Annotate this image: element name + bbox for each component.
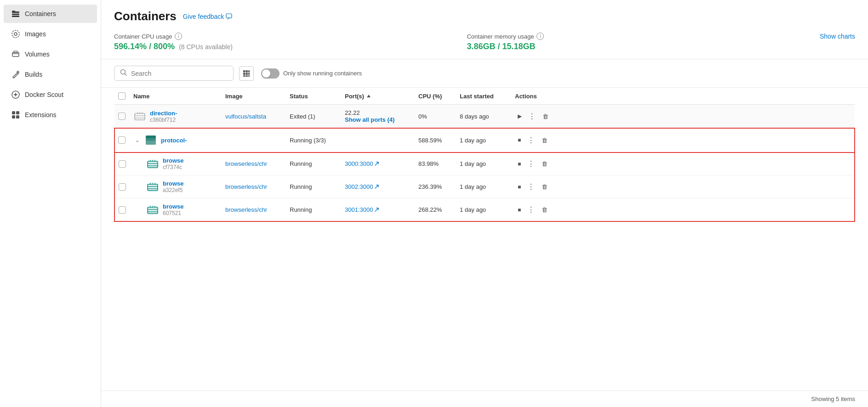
th-ports: Port(s) <box>341 88 415 105</box>
sidebar-item-containers[interactable]: Containers <box>4 5 97 23</box>
row-checkbox[interactable] <box>118 113 126 120</box>
memory-info-icon[interactable]: i <box>537 33 544 40</box>
action-buttons: ⋮ <box>515 204 851 216</box>
stop-button[interactable] <box>515 135 524 145</box>
container-name[interactable]: direction- <box>150 110 177 117</box>
th-actions: Actions <box>511 88 855 105</box>
sidebar-item-containers-label: Containers <box>25 10 56 17</box>
svg-rect-20 <box>243 73 246 75</box>
expand-chevron[interactable]: ⌄ <box>133 136 141 144</box>
sidebar-item-volumes-label: Volumes <box>25 51 50 58</box>
td-ports: 22.22 Show all ports (4) <box>341 105 415 128</box>
header: Containers Give feedback Container CPU u… <box>101 0 868 59</box>
show-charts-button[interactable]: Show charts <box>820 33 855 40</box>
th-checkbox <box>114 88 130 105</box>
action-buttons: ⋮ <box>515 181 851 193</box>
td-last-started: 1 day ago <box>456 153 511 175</box>
th-image: Image <box>222 88 286 105</box>
delete-button[interactable] <box>540 111 551 122</box>
row-checkbox[interactable] <box>119 206 126 214</box>
group-status: Running (3/3) <box>290 137 326 144</box>
container-name[interactable]: browsе <box>163 180 184 187</box>
td-name: direction- c360bf712 <box>130 105 222 128</box>
port-link[interactable]: 3002:3000 <box>345 183 379 190</box>
sidebar-item-volumes[interactable]: Volumes <box>4 45 97 63</box>
container-name[interactable]: browsе <box>163 203 184 210</box>
stat-actions: Show charts <box>820 33 855 40</box>
grid-view-button[interactable] <box>239 66 254 81</box>
sidebar-item-extensions[interactable]: Extensions <box>4 106 97 124</box>
show-all-ports-link[interactable]: Show all ports (4) <box>345 116 411 123</box>
image-link[interactable]: browserless/chr <box>225 183 280 190</box>
td-cpu: 236.39% <box>415 175 456 198</box>
td-checkbox <box>114 198 130 222</box>
row-checkbox[interactable] <box>118 136 126 144</box>
sidebar-item-docker-scout[interactable]: Docker Scout <box>4 85 97 104</box>
image-link[interactable]: browserless/chr <box>225 206 280 213</box>
feedback-link[interactable]: Give feedback <box>183 13 233 20</box>
td-image: vulfocus/saltsta <box>222 105 286 128</box>
svg-point-4 <box>12 30 19 38</box>
container-name[interactable]: browsе <box>163 157 184 164</box>
toolbar: Only show running containers <box>101 59 868 88</box>
port-link[interactable]: 3001:3000 <box>345 206 379 213</box>
images-icon <box>11 29 20 39</box>
td-ports: 3000:3000 <box>341 153 415 175</box>
container-icon-gray <box>133 110 146 123</box>
row-checkbox[interactable] <box>119 160 126 168</box>
builds-icon <box>11 70 20 79</box>
td-ports: 3001:3000 <box>341 198 415 222</box>
svg-rect-0 <box>12 11 19 13</box>
stop-button[interactable] <box>515 159 524 169</box>
sidebar-item-images-label: Images <box>25 30 46 38</box>
sidebar-item-builds[interactable]: Builds <box>4 65 97 84</box>
td-ports <box>341 128 415 153</box>
delete-button[interactable] <box>539 204 550 215</box>
td-last-started: 1 day ago <box>456 198 511 222</box>
more-options-button[interactable]: ⋮ <box>525 110 539 123</box>
stop-button[interactable] <box>515 182 524 192</box>
group-name[interactable]: protocol- <box>161 137 187 144</box>
stop-button[interactable] <box>515 205 524 215</box>
delete-button[interactable] <box>539 135 550 146</box>
more-options-button[interactable]: ⋮ <box>525 204 538 216</box>
port-link[interactable]: 3000:3000 <box>345 160 379 167</box>
image-link[interactable]: vulfocus/saltsta <box>225 113 280 120</box>
td-ports: 3002:3000 <box>341 175 415 198</box>
td-status: Running <box>286 198 341 222</box>
running-filter-toggle[interactable] <box>261 68 280 79</box>
td-cpu: 0% <box>415 105 456 128</box>
more-options-button[interactable]: ⋮ <box>525 134 538 147</box>
select-all-checkbox[interactable] <box>118 92 126 100</box>
td-image: browserless/chr <box>222 175 286 198</box>
svg-point-8 <box>17 71 19 73</box>
more-options-button[interactable]: ⋮ <box>525 181 538 193</box>
docker-scout-icon <box>11 90 20 99</box>
row-checkbox[interactable] <box>119 183 126 191</box>
cpu-stat: Container CPU usage i 596.14% / 800% (8 … <box>114 33 467 51</box>
cpu-info-icon[interactable]: i <box>175 33 182 40</box>
td-checkbox <box>114 105 130 128</box>
td-cpu: 588.59% <box>415 128 456 153</box>
image-link[interactable]: browserless/chr <box>225 160 280 167</box>
containers-icon <box>11 9 20 18</box>
table-header: Name Image Status Port(s) CPU (%) Last s… <box>114 88 855 105</box>
container-icon-teal <box>146 204 159 216</box>
search-icon <box>120 69 127 78</box>
table-row-group-header: ⌄ protocol- <box>114 128 855 153</box>
svg-rect-24 <box>246 75 248 77</box>
delete-button[interactable] <box>539 158 550 169</box>
start-button[interactable] <box>515 111 525 121</box>
td-actions: ⋮ <box>511 198 855 222</box>
sidebar-item-images[interactable]: Images <box>4 25 97 43</box>
memory-stat: Container memory usage i 3.86GB / 15.18G… <box>467 33 819 51</box>
sidebar-item-builds-label: Builds <box>25 71 42 78</box>
search-box <box>114 66 234 81</box>
svg-rect-26 <box>135 113 145 120</box>
memory-label: Container memory usage i <box>467 33 819 40</box>
more-options-button[interactable]: ⋮ <box>525 158 538 170</box>
search-input[interactable] <box>131 70 228 77</box>
status-badge: Running <box>290 160 312 167</box>
td-status: Running <box>286 175 341 198</box>
delete-button[interactable] <box>539 181 550 192</box>
